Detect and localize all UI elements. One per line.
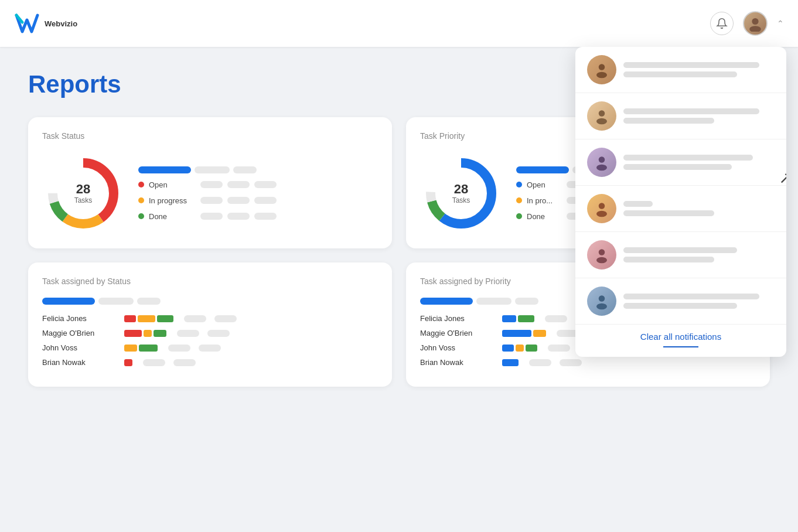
person-bars [502,345,537,352]
priority-legend-open-label: Open [527,180,562,189]
notif-content-2 [623,108,775,124]
person-bars [502,330,546,337]
person-name: Maggie O'Brien [42,329,118,337]
header-right: ⌃ [710,11,784,36]
notif-content-5 [623,247,775,262]
notif-avatar-5 [587,240,616,270]
person-name: Felicia Jones [42,314,118,323]
task-priority-center: 28 Tasks [452,182,470,204]
notif-content-1 [623,62,775,77]
notif-content-6 [623,294,775,309]
clear-all-underline [663,346,698,347]
person-name: John Voss [420,343,496,352]
task-status-center: 28 Tasks [74,182,93,204]
task-priority-donut: 28 Tasks [420,152,502,234]
task-priority-label: Tasks [452,196,470,204]
svg-point-17 [596,211,607,217]
priority-legend-done-label: Done [527,212,562,221]
task-status-chart-area: 28 Tasks Open [42,152,378,234]
svg-point-19 [596,257,607,264]
task-status-donut: 28 Tasks [42,152,124,234]
notif-avatar-4 [587,194,616,223]
notif-line [623,247,737,253]
legend-inprogress: In progress [138,196,378,205]
svg-point-14 [599,156,605,163]
task-by-status-title: Task assigned by Status [42,277,378,286]
cursor-icon: ↗ [779,168,786,187]
person-bars [502,315,534,322]
notif-line [623,164,732,170]
person-row-john-status: John Voss [42,343,378,352]
task-status-label: Tasks [74,196,93,204]
clear-all-notifications-button[interactable]: Clear all notifications [575,325,786,344]
svg-point-1 [749,26,761,32]
notif-line [623,155,753,161]
task-priority-number: 28 [452,182,470,196]
notif-line [623,303,737,309]
notif-line [623,257,714,262]
notif-content-3 [623,155,768,170]
notif-item-6[interactable] [575,278,786,325]
person-row-maggie-status: Maggie O'Brien [42,329,378,337]
svg-point-12 [599,110,605,117]
notif-item-3[interactable]: ↗ [575,139,786,186]
svg-point-10 [599,64,605,70]
notif-item-2[interactable] [575,93,786,139]
notif-content-4 [623,201,775,216]
person-name: Brian Nowak [420,358,496,367]
svg-point-20 [599,295,605,302]
task-by-status-card: Task assigned by Status Felicia Jones M [28,262,392,387]
person-name: Brian Nowak [42,358,118,367]
task-status-title: Task Status [42,131,378,141]
notif-line [623,108,759,114]
svg-point-18 [599,249,605,255]
logo-icon [14,11,40,36]
notif-line [623,62,759,68]
svg-point-13 [596,118,607,125]
person-row-brian-status: Brian Nowak [42,358,378,367]
legend-open: Open [138,180,378,189]
priority-legend-inprogress-label: In pro... [527,196,562,205]
task-status-top-bar [138,166,378,173]
logo: Webvizio [14,11,77,36]
logo-text: Webvizio [45,19,77,28]
notif-item-1[interactable] [575,47,786,93]
notif-line [623,294,759,299]
svg-point-11 [596,72,607,79]
person-bars [124,330,166,337]
person-bars [124,359,132,366]
task-status-card: Task Status 28 [28,117,392,248]
svg-point-15 [596,165,607,171]
legend-done: Done [138,212,378,221]
user-avatar[interactable] [743,11,768,36]
notif-avatar-3 [587,148,616,177]
chevron-down-icon[interactable]: ⌃ [777,19,784,28]
svg-point-0 [752,18,758,25]
person-name: Felicia Jones [420,314,496,323]
notification-dropdown: ↗ [575,47,786,357]
legend-inprogress-label: In progress [149,196,196,205]
svg-point-21 [596,303,607,310]
legend-open-label: Open [149,180,196,189]
notif-line [623,201,653,207]
person-name: John Voss [42,343,118,352]
task-status-number: 28 [74,182,93,196]
svg-point-16 [599,203,605,209]
person-bars [502,359,519,366]
notif-avatar-2 [587,101,616,131]
person-bars [124,345,158,352]
notif-item-5[interactable] [575,232,786,278]
notif-line [623,118,714,124]
notif-avatar-6 [587,287,616,316]
notif-line [623,210,714,216]
person-bars [124,315,173,322]
person-row-felicia-status: Felicia Jones [42,314,378,323]
legend-done-label: Done [149,212,196,221]
notification-button[interactable] [710,12,734,35]
header: Webvizio ⌃ [0,0,798,47]
by-status-top-bar [42,298,378,305]
notif-line [623,71,737,77]
person-name: Maggie O'Brien [420,329,496,337]
notif-item-4[interactable] [575,186,786,232]
person-row-brian-priority: Brian Nowak [420,358,756,367]
